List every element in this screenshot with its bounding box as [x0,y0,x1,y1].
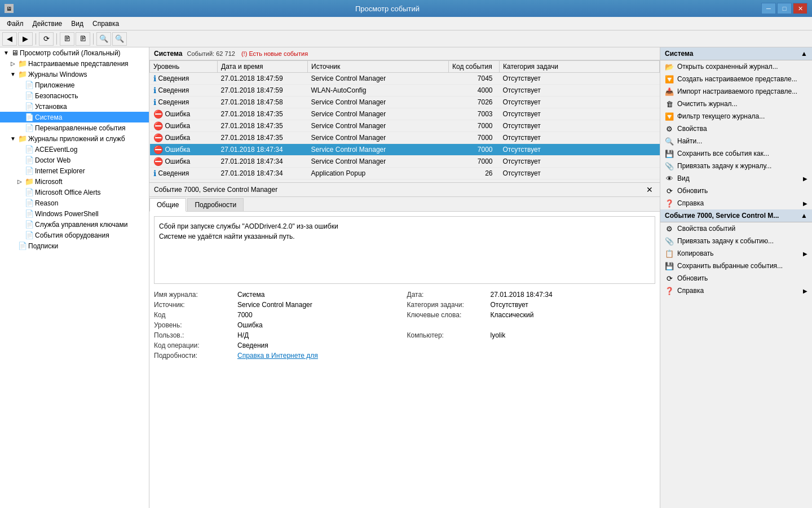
label-details: Подробности: [154,352,233,360]
tab-details[interactable]: Подробности [187,198,244,211]
sidebar-item-app[interactable]: 📄 Приложение [0,80,149,90]
cell-code: 7000 [449,132,500,144]
section-collapse-icon[interactable]: ▲ [801,212,807,220]
actions-item-0-4[interactable]: 🔽 Фильтр текущего журнала... [660,110,812,122]
cell-source: Service Control Manager [308,120,449,132]
actions-item-0-7[interactable]: 💾 Сохранить все события как... [660,147,812,160]
tree-expand-microsoft: ▷ [16,178,24,185]
label-source: Источник: [154,301,233,309]
actions-item-0-8[interactable]: 📎 Привязать задачу к журналу... [660,160,812,172]
maximize-button[interactable]: □ [777,3,792,14]
table-row[interactable]: ℹ Сведения 27.01.2018 18:47:34 Applicati… [150,168,660,179]
sidebar-item-powershell[interactable]: 📄 Windows PowerShell [0,208,149,219]
table-row[interactable]: ⛔ Ошибка 27.01.2018 18:47:35 Service Con… [150,132,660,144]
section-collapse-icon[interactable]: ▲ [801,50,807,58]
cell-date: 27.01.2018 18:47:58 [218,97,308,108]
sidebar-item-microsoft[interactable]: ▷ 📁 Microsoft [0,176,149,187]
error-icon: ⛔ [153,157,163,166]
label-date: Дата: [407,291,486,299]
actions-item-0-0[interactable]: 📂 Открыть сохраненный журнал... [660,60,812,73]
value-opcode: Сведения [237,341,403,349]
cell-category: Отсутствует [500,132,660,144]
actions-item-1-2[interactable]: 📋 Копировать ▶ [660,247,812,260]
tree-icon-setup: 📄 [25,102,34,111]
sidebar-item-setup[interactable]: 📄 Установка [0,101,149,112]
col-level[interactable]: Уровень [150,61,218,73]
actions-item-1-4[interactable]: ⟳ Обновить [660,272,812,284]
actions-item-0-11[interactable]: ❓ Справка ▶ [660,197,812,209]
table-row[interactable]: ⛔ Ошибка 27.01.2018 18:47:34 Service Con… [150,144,660,156]
table-row[interactable]: ℹ Сведения 27.01.2018 18:47:59 Service C… [150,73,660,85]
cell-date: 27.01.2018 18:47:34 [218,144,308,156]
sidebar-item-subscriptions[interactable]: 📄 Подписки [0,240,149,251]
actions-item-icon: 📥 [665,87,674,96]
actions-item-0-10[interactable]: ⟳ Обновить [660,185,812,197]
actions-section-header-0[interactable]: Система▲ [660,47,812,60]
actions-item-1-0[interactable]: ⚙ Свойства событий [660,222,812,235]
cell-source: Service Control Manager [308,108,449,120]
toolbar-separator-3 [93,33,94,45]
table-row[interactable]: ⛔ Ошибка 27.01.2018 18:47:35 Service Con… [150,120,660,132]
table-row[interactable]: ℹ Сведения 27.01.2018 18:47:58 Service C… [150,97,660,108]
menu-action[interactable]: Действие [28,19,67,29]
minimize-button[interactable]: ─ [761,3,776,14]
actions-item-0-3[interactable]: 🗑 Очистить журнал... [660,98,812,110]
actions-item-1-5[interactable]: ❓ Справка ▶ [660,284,812,297]
sidebar-item-security[interactable]: 📄 Безопасность [0,90,149,101]
back-button[interactable]: ◀ [2,32,17,46]
detail-close-button[interactable]: ✕ [644,185,655,194]
menu-help[interactable]: Справка [88,19,123,29]
col-code[interactable]: Код события [449,61,500,73]
tree-label-msoffice: Microsoft Office Alerts [35,189,100,196]
actions-item-0-5[interactable]: ⚙ Свойства [660,122,812,135]
search-button-1[interactable]: 🔍 [96,32,111,46]
window-title: Просмотр событий [14,5,761,13]
search-button-2[interactable]: 🔍 [112,32,127,46]
table-row[interactable]: ℹ Сведения 27.01.2018 18:47:59 WLAN-Auto… [150,85,660,97]
sidebar-item-custom-views[interactable]: ▷ 📁 Настраиваемые представления [0,58,149,69]
actions-item-1-3[interactable]: 💾 Сохранить выбранные события... [660,260,812,272]
folder-button-2[interactable]: 🖹 [76,32,90,46]
sidebar-item-ace[interactable]: 📄 ACEEventLog [0,144,149,155]
sidebar-item-doctorweb[interactable]: 📄 Doctor Web [0,155,149,165]
sidebar-item-keymanager[interactable]: 📄 Служба управления ключами [0,219,149,230]
col-source[interactable]: Источник [308,61,449,73]
sidebar-item-root[interactable]: ▼ 🖥 Просмотр событий (Локальный) [0,47,149,58]
tree-label-ie: Internet Explorer [35,167,85,175]
sidebar-item-reason[interactable]: 📄 Reason [0,198,149,208]
actions-item-0-2[interactable]: 📥 Импорт настраиваемого представле... [660,85,812,98]
sidebar-item-ie[interactable]: 📄 Internet Explorer [0,165,149,176]
actions-item-icon: 📂 [665,62,674,71]
error-icon: ⛔ [153,110,163,119]
refresh-button[interactable]: ⟳ [39,32,54,46]
forward-button[interactable]: ▶ [18,32,33,46]
sidebar-item-msoffice[interactable]: 📄 Microsoft Office Alerts [0,187,149,198]
submenu-arrow-icon: ▶ [803,288,807,294]
actions-item-0-6[interactable]: 🔍 Найти... [660,135,812,147]
sidebar-item-windows-logs[interactable]: ▼ 📁 Журналы Windows [0,69,149,80]
col-category[interactable]: Категория задачи [500,61,660,73]
menu-file[interactable]: Файл [2,19,28,29]
table-row[interactable]: ⛔ Ошибка 27.01.2018 18:47:34 Service Con… [150,156,660,168]
tab-general[interactable]: Общие [149,198,186,212]
events-header: Система Событий: 62 712 (!) Есть новые с… [149,47,660,60]
folder-button-1[interactable]: 🖹 [60,32,74,46]
table-row[interactable]: ⛔ Ошибка 27.01.2018 18:47:35 Service Con… [150,108,660,120]
actions-section-header-1[interactable]: Событие 7000, Service Control M...▲ [660,209,812,222]
cell-category: Отсутствует [500,73,660,85]
tree-icon-doctorweb: 📄 [25,156,34,164]
sidebar-item-hardware[interactable]: 📄 События оборудования [0,230,149,240]
details-link[interactable]: Справка в Интернете для [237,352,403,360]
col-date[interactable]: Дата и время [218,61,308,73]
sidebar-item-system[interactable]: 📄 Система [0,112,149,122]
tree-label-hardware: События оборудования [35,231,109,239]
actions-item-0-1[interactable]: 🔽 Создать настраиваемое представле... [660,73,812,85]
tree-label-microsoft: Microsoft [35,178,63,186]
sidebar-item-app-logs[interactable]: ▼ 📁 Журналы приложений и служб [0,133,149,144]
sidebar-item-forwarded[interactable]: 📄 Перенаправленные события [0,122,149,133]
menu-view[interactable]: Вид [67,19,88,29]
close-button[interactable]: ✕ [793,3,807,14]
actions-item-0-9[interactable]: 👁 Вид ▶ [660,172,812,185]
info-icon: ℹ [153,74,156,83]
actions-item-1-1[interactable]: 📎 Привязать задачу к событию... [660,235,812,247]
